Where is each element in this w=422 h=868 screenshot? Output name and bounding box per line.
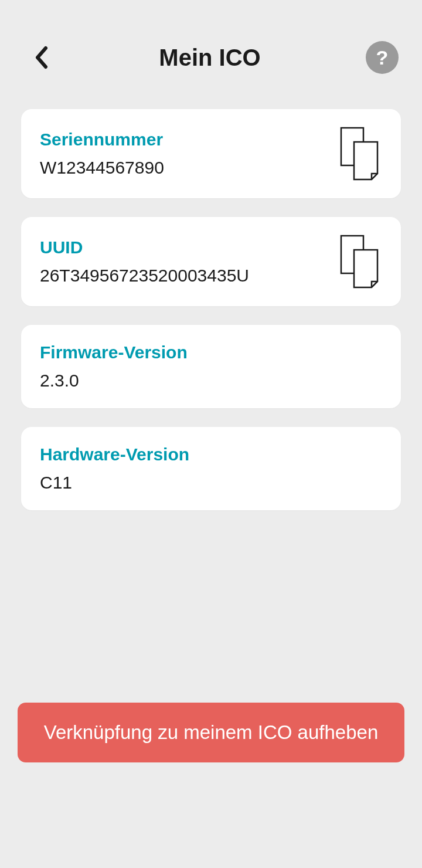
back-button[interactable] xyxy=(28,45,54,70)
uuid-label: UUID xyxy=(40,238,249,257)
hardware-value: C11 xyxy=(40,473,189,493)
card-text: Firmware-Version 2.3.0 xyxy=(40,343,188,391)
card-text: Hardware-Version C11 xyxy=(40,445,189,493)
info-cards: Seriennummer W12344567890 UUID 26T349567… xyxy=(0,97,422,510)
firmware-card: Firmware-Version 2.3.0 xyxy=(21,325,401,408)
card-text: UUID 26T34956723520003435U xyxy=(40,238,249,286)
help-button[interactable]: ? xyxy=(366,41,399,74)
firmware-value: 2.3.0 xyxy=(40,371,188,391)
copy-icon xyxy=(336,127,382,181)
copy-icon xyxy=(336,235,382,289)
card-text: Seriennummer W12344567890 xyxy=(40,130,164,178)
hardware-card: Hardware-Version C11 xyxy=(21,427,401,510)
uuid-value: 26T34956723520003435U xyxy=(40,266,249,286)
copy-serial-button[interactable] xyxy=(336,127,382,181)
copy-uuid-button[interactable] xyxy=(336,235,382,289)
help-icon: ? xyxy=(376,46,389,69)
page-title: Mein ICO xyxy=(54,45,366,71)
unlink-label: Verknüpfung zu meinem ICO aufheben xyxy=(44,721,379,744)
header: Mein ICO ? xyxy=(0,0,422,97)
hardware-label: Hardware-Version xyxy=(40,445,189,464)
serial-label: Seriennummer xyxy=(40,130,164,150)
chevron-left-icon xyxy=(34,46,48,69)
unlink-button[interactable]: Verknüpfung zu meinem ICO aufheben xyxy=(18,703,404,762)
firmware-label: Firmware-Version xyxy=(40,343,188,362)
uuid-card: UUID 26T34956723520003435U xyxy=(21,217,401,306)
serial-value: W12344567890 xyxy=(40,158,164,178)
serial-number-card: Seriennummer W12344567890 xyxy=(21,109,401,198)
